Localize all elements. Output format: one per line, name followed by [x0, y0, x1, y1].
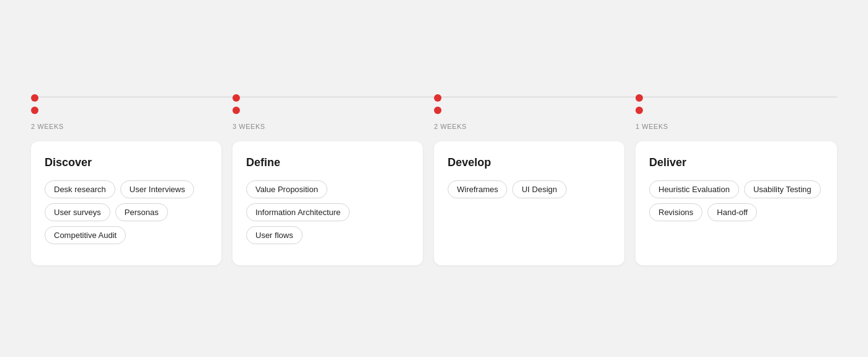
phase-col-define: 3 WEEKSDefineValue PropositionInformatio… — [232, 104, 434, 265]
tags-develop: WireframesUI Design — [448, 180, 611, 198]
card-develop: DevelopWireframesUI Design — [434, 141, 624, 265]
dot-row-discover — [31, 104, 232, 117]
dot-row-define — [232, 104, 434, 117]
card-title-define: Define — [246, 156, 409, 169]
card-deliver: DeliverHeuristic EvaluationUsability Tes… — [636, 141, 837, 265]
tag-item: Information Architecture — [246, 203, 350, 221]
timeline-dot-top-develop — [434, 94, 441, 102]
card-define: DefineValue PropositionInformation Archi… — [232, 141, 423, 265]
tag-item: User flows — [246, 226, 303, 244]
dot-row-deliver — [636, 104, 837, 117]
tag-item: User Interviews — [120, 180, 195, 198]
tag-item: Revisions — [649, 203, 702, 221]
card-discover: DiscoverDesk researchUser InterviewsUser… — [31, 141, 221, 265]
tag-item: User surveys — [45, 203, 110, 221]
timeline-dot-top-define — [232, 94, 240, 102]
tag-item: Usability Testing — [744, 180, 821, 198]
phases-container: 2 WEEKSDiscoverDesk researchUser Intervi… — [31, 104, 837, 265]
tags-discover: Desk researchUser InterviewsUser surveys… — [45, 180, 208, 244]
timeline-dot-develop — [434, 107, 441, 114]
tag-item: Personas — [115, 203, 168, 221]
dot-row-develop — [434, 104, 636, 117]
tag-item: Competitive Audit — [45, 226, 126, 244]
timeline-dot-top-discover — [31, 94, 38, 102]
tag-item: Value Proposition — [246, 180, 327, 198]
phases-row — [31, 92, 837, 104]
tags-deliver: Heuristic EvaluationUsability TestingRev… — [649, 180, 823, 221]
weeks-label-develop: 2 WEEKS — [434, 123, 636, 130]
timeline-dot-deliver — [636, 107, 643, 114]
weeks-label-define: 3 WEEKS — [232, 123, 434, 130]
weeks-label-deliver: 1 WEEKS — [636, 123, 837, 130]
phase-col-discover: 2 WEEKSDiscoverDesk researchUser Intervi… — [31, 104, 232, 265]
card-title-discover: Discover — [45, 156, 208, 169]
timeline-dot-discover — [31, 107, 38, 114]
tag-item: Heuristic Evaluation — [649, 180, 739, 198]
main-container: 2 WEEKSDiscoverDesk researchUser Intervi… — [31, 79, 837, 278]
timeline-dot-top-deliver — [636, 94, 643, 102]
phase-col-deliver: 1 WEEKSDeliverHeuristic EvaluationUsabil… — [636, 104, 837, 265]
tags-define: Value PropositionInformation Architectur… — [246, 180, 409, 244]
weeks-label-discover: 2 WEEKS — [31, 123, 232, 130]
tag-item: Hand-off — [707, 203, 757, 221]
card-title-deliver: Deliver — [649, 156, 823, 169]
phase-col-develop: 2 WEEKSDevelopWireframesUI Design — [434, 104, 636, 265]
timeline-dot-define — [232, 107, 240, 114]
tag-item: Desk research — [45, 180, 115, 198]
tag-item: UI Design — [512, 180, 566, 198]
timeline — [31, 92, 837, 104]
card-title-develop: Develop — [448, 156, 611, 169]
tag-item: Wireframes — [448, 180, 507, 198]
